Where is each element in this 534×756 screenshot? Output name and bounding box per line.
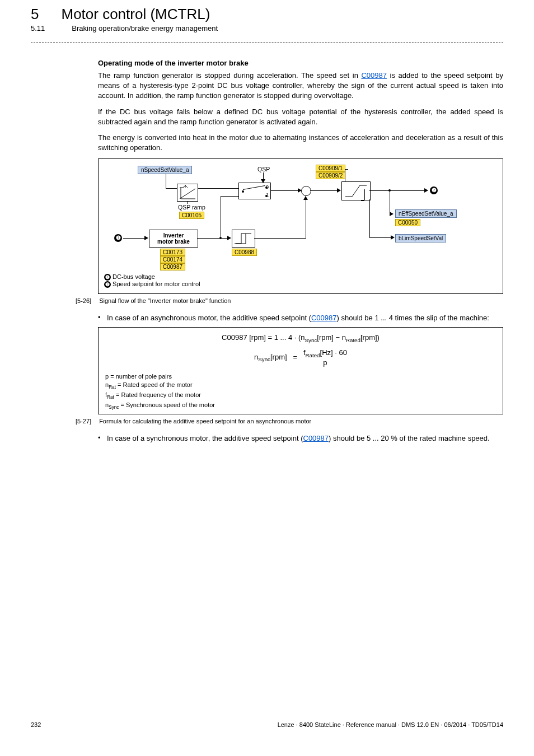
text: = [293,353,297,361]
divider [31,43,503,43]
formula-line: nSync[rpm] = fRated[Hz] · 60 p [105,348,496,367]
def-line: nRat = Rated speed of the motor [105,381,496,391]
block-label: Inverter [149,232,198,239]
code-link[interactable]: C00987 [361,71,387,80]
parameter-label: C00909/2 [316,172,345,179]
text: [rpm] [270,353,287,361]
text: ) should be 1 ... 4 times the slip of th… [337,314,489,322]
parameter-label: C00105 [179,212,204,219]
parameter-label: C00987 [160,263,185,270]
text: In case of a synchronous motor, the addi… [107,434,303,442]
svg-line-2 [183,185,185,188]
legend-text: Speed setpoint for motor control [111,281,200,287]
text: [rpm]) [360,333,380,342]
paragraph: The ramp function generator is stopped d… [98,71,503,101]
code-link[interactable]: C00987 [303,434,329,442]
def-line: nSync = Synchronous speed of the motor [105,401,496,411]
def-line: fRat = Rated frequency of the motor [105,391,496,401]
chapter-title: Motor control (MCTRL) [61,6,210,23]
parameter-label: C00988 [232,249,257,256]
subscript: Sync [305,337,317,343]
ref-1-icon: ❶ [114,234,122,242]
section-heading: Operating mode of the inverter motor bra… [98,59,503,67]
subscript: Rated [346,337,360,343]
subscript: Sync [258,356,270,362]
bullet-icon: • [98,433,104,444]
parameter-label: C00174 [160,256,185,263]
text: ) should be 5 ... 20 % of the rated mach… [329,434,490,442]
chapter-number: 5 [31,6,39,23]
text: p [303,358,347,367]
text: The ramp function generator is stopped d… [98,71,361,80]
bullet-icon: • [98,313,104,323]
figure-caption: Signal flow of the "Inverter motor brake… [99,297,231,304]
text: C00987 [rpm] = 1 ... 4 · (n [222,333,305,342]
page-number: 232 [31,721,41,728]
figure-caption: Formula for calculating the additive spe… [99,418,311,424]
text: [rpm] − n [317,333,346,342]
figure-number: [5-27] [76,418,91,424]
parameter-label: C00173 [160,249,185,256]
text: In case of an asynchronous motor, the ad… [107,314,311,322]
signal-label: nEffSpeedSetValue_a [395,209,457,218]
footer-text: Lenze · 8400 StateLine · Reference manua… [278,721,503,728]
bullet-text: In case of an asynchronous motor, the ad… [107,313,503,323]
label: QSP ramp [178,204,205,211]
signal-label: nSpeedSetValue_a [138,166,192,174]
block-label: motor brake [149,239,198,245]
svg-line-3 [185,185,188,188]
paragraph: The energy is converted into heat in the… [98,133,503,153]
formula-line: C00987 [rpm] = 1 ... 4 · (nSync[rpm] − n… [105,333,496,343]
paragraph: If the DC bus voltage falls below a defi… [98,107,503,127]
label: QSP [257,166,270,172]
parameter-label: C00909/1 [316,165,345,172]
text: [Hz] · 60 [320,348,347,357]
svg-line-0 [180,189,195,199]
ref-2-icon: ❷ [104,281,111,288]
ref-1-icon: ❶ [104,274,111,281]
code-link[interactable]: C00987 [311,314,337,322]
section-title: Braking operation/brake energy managemen… [72,24,218,32]
definitions: p = number of pole pairs nRat = Rated sp… [105,372,496,411]
parameter-label: C00050 [395,219,420,226]
formula-box: C00987 [rpm] = 1 ... 4 · (nSync[rpm] − n… [98,327,503,415]
signal-label: bLimSpeedSetVal [395,234,446,242]
subscript: Rated [306,352,320,358]
legend-text: DC-bus voltage [111,273,155,280]
figure-number: [5-26] [76,297,91,304]
signal-flow-diagram: nSpeedSetValue_a QSP 0 1 [98,158,503,294]
bullet-text: In case of a synchronous motor, the addi… [107,433,503,444]
def-line: p = number of pole pairs [105,372,496,381]
ref-2-icon: ❷ [430,186,438,194]
section-number: 5.11 [31,24,45,32]
